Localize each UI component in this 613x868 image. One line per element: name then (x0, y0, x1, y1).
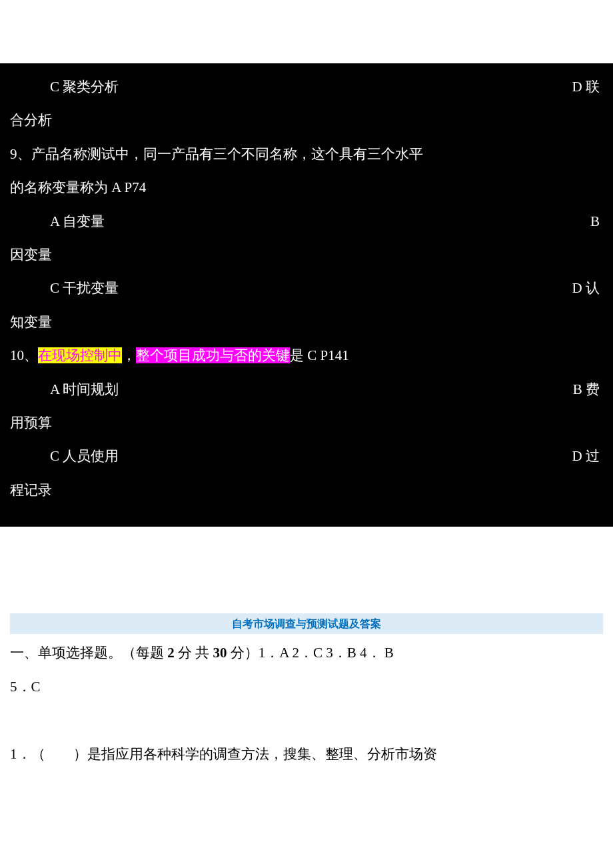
dark-question-block: C 聚类分析 D 联 合分析 9、产品名称测试中，同一产品有三个不同名称，这个具… (0, 63, 613, 527)
q10-option-d-part1: D 过 (572, 439, 603, 473)
exam-title: 自考市场调查与预测试题及答案 (10, 613, 603, 634)
q10-prefix: 10、 (10, 347, 38, 363)
q8-option-d-part1: D 联 (572, 70, 603, 103)
q10-mid: ， (122, 347, 136, 363)
q10-highlight-magenta: 整个项目成功与否的关键 (136, 347, 290, 363)
q9-stem-line2: 的名称变量称为 A P74 (10, 171, 603, 204)
q9-option-d-part1: D 认 (572, 271, 603, 305)
q9-option-d-part2: 知变量 (10, 305, 603, 339)
q9-option-b-part2: 因变量 (10, 238, 603, 271)
q9-option-c: C 干扰变量 (10, 271, 119, 305)
q9-options-cd: C 干扰变量 D 认 (10, 271, 603, 305)
q10-option-b-part1: B 费 (573, 373, 603, 406)
q10-suffix: 是 C P141 (290, 347, 349, 363)
lower-q1: 1．（ ）是指应用各种科学的调查方法，搜集、整理、分析市场资 (10, 739, 603, 769)
q10-stem: 10、在现场控制中，整个项目成功与否的关键是 C P141 (10, 339, 603, 372)
q10-option-a: A 时间规划 (10, 373, 119, 406)
heading-bold1: 2 (167, 645, 175, 661)
q9-option-a: A 自变量 (10, 205, 105, 238)
heading-part1: 一、单项选择题。（每题 (10, 645, 167, 661)
q9-option-b-part1: B (590, 205, 603, 238)
q10-options-cd: C 人员使用 D 过 (10, 439, 603, 473)
q10-option-b-part2: 用预算 (10, 406, 603, 439)
q8-option-c: C 聚类分析 (10, 70, 119, 103)
q10-highlight-yellow: 在现场控制中 (38, 347, 122, 363)
q10-options-ab: A 时间规划 B 费 (10, 373, 603, 406)
heading-part2: 分 共 (175, 645, 213, 661)
section-one-heading: 一、单项选择题。（每题 2 分 共 30 分）1．A 2．C 3．B 4． B (10, 637, 603, 668)
q9-options-ab: A 自变量 B (10, 205, 603, 238)
lower-content: 自考市场调查与预测试题及答案 一、单项选择题。（每题 2 分 共 30 分）1．… (0, 613, 613, 770)
q8-option-d-part2: 合分析 (10, 103, 603, 137)
q10-option-d-part2: 程记录 (10, 473, 603, 507)
heading-bold2: 30 (213, 645, 227, 661)
q10-option-c: C 人员使用 (10, 439, 119, 473)
answers-line2: 5．C (10, 671, 603, 702)
heading-part3: 分）1．A 2．C 3．B 4． B (227, 645, 394, 661)
q8-options-cd: C 聚类分析 D 联 (10, 70, 603, 103)
q9-stem-line1: 9、产品名称测试中，同一产品有三个不同名称，这个具有三个水平 (10, 137, 603, 171)
